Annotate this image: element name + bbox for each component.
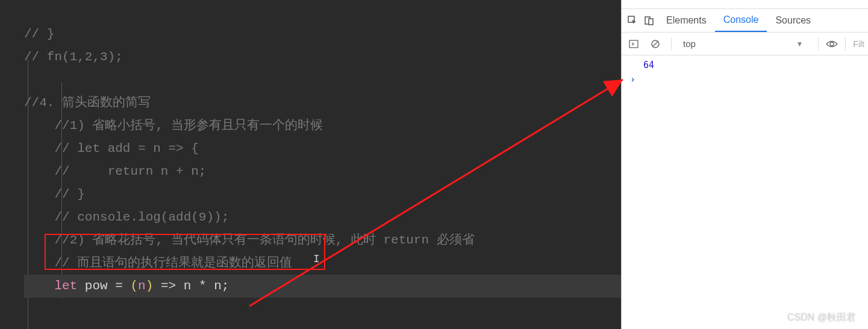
tab-sources[interactable]: Sources — [767, 9, 819, 32]
console-output-area[interactable]: 64 › — [622, 55, 868, 89]
code-line: // fn(1,2,3); — [24, 50, 123, 64]
svg-point-7 — [830, 42, 834, 46]
devtools-tabbar: Elements Console Sources — [622, 8, 868, 33]
filter-input[interactable]: Filt — [853, 39, 864, 49]
identifier-n: n — [184, 279, 192, 293]
inspect-element-icon[interactable] — [624, 15, 641, 26]
toolbar-separator — [671, 37, 672, 51]
console-prompt-row[interactable]: › — [622, 72, 868, 87]
devtools-panel[interactable]: Elements Console Sources top ▼ Filt 64 › — [621, 0, 868, 329]
active-code-line[interactable]: let pow = (n) => n * n; — [24, 275, 621, 298]
chevron-down-icon: ▼ — [796, 40, 803, 48]
prompt-chevron-icon: › — [630, 74, 635, 85]
tab-console[interactable]: Console — [715, 9, 767, 32]
code-line: //4. 箭头函数的简写 — [24, 96, 151, 110]
toolbar-separator — [845, 37, 846, 51]
code-line: //2) 省略花括号, 当代码体只有一条语句的时候, 此时 return 必须省 — [54, 233, 474, 247]
op-eq: = — [108, 279, 131, 293]
code-line: //1) 省略小括号, 当形参有且只有一个的时候 — [54, 119, 322, 133]
live-expression-icon[interactable] — [826, 40, 838, 48]
code-line: // } — [24, 27, 54, 41]
console-sidebar-toggle-icon[interactable] — [625, 39, 642, 49]
svg-line-6 — [653, 42, 658, 46]
code-line: // 而且语句的执行结果就是函数的返回值 — [54, 256, 292, 270]
code-line: // return n + n; — [54, 164, 206, 178]
op-star: * — [191, 279, 214, 293]
param-n: n — [138, 279, 146, 293]
toolbar-separator — [818, 37, 819, 51]
keyword-let: let — [54, 279, 77, 293]
context-label: top — [683, 39, 696, 49]
console-toolbar: top ▼ Filt — [622, 33, 868, 55]
paren-open: ( — [130, 279, 138, 293]
code-editor-pane[interactable]: // } // fn(1,2,3); //4. 箭头函数的简写 //1) 省略小… — [0, 0, 621, 329]
code-line: // console.log(add(9)); — [54, 210, 229, 224]
code-line: // } — [54, 187, 84, 201]
code-area[interactable]: // } // fn(1,2,3); //4. 箭头函数的简写 //1) 省略小… — [0, 0, 621, 329]
identifier-pow: pow — [85, 279, 108, 293]
console-output-value: 64 — [643, 60, 654, 70]
paren-close: ) — [146, 279, 154, 293]
execution-context-selector[interactable]: top ▼ — [679, 38, 811, 49]
clear-console-icon[interactable] — [647, 39, 664, 49]
text-cursor-icon: I — [313, 253, 320, 265]
code-line: // let add = n => { — [54, 142, 198, 155]
devtools-titlebar-spacer — [622, 0, 868, 8]
svg-rect-3 — [649, 19, 653, 25]
identifier-n: n — [214, 279, 222, 293]
tab-elements[interactable]: Elements — [658, 9, 715, 32]
console-log-row: 64 — [622, 58, 868, 72]
semicolon: ; — [222, 279, 229, 293]
device-toolbar-icon[interactable] — [641, 15, 658, 26]
op-arrow: => — [153, 279, 183, 293]
